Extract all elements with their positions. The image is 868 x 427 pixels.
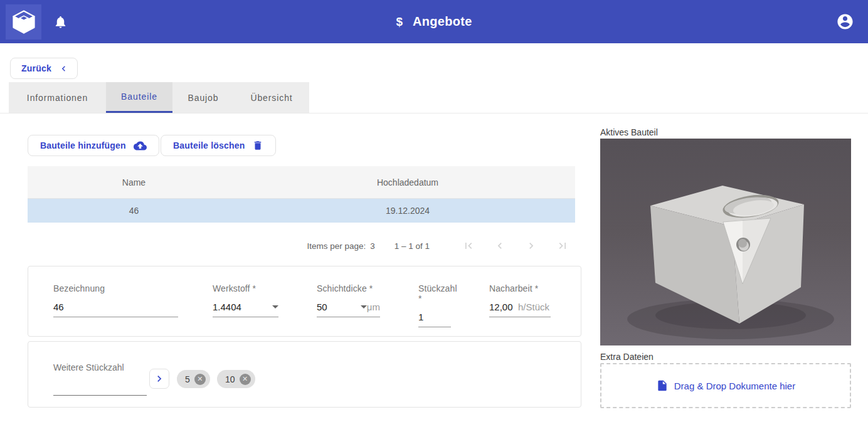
schichtdicke-select[interactable]: μm — [317, 302, 380, 317]
notifications-bell-icon[interactable] — [53, 14, 68, 30]
table-row[interactable]: 46 19.12.2024 — [28, 199, 575, 223]
tab-uebersicht[interactable]: Übersicht — [234, 82, 309, 113]
nacharbeit-label: Nacharbeit * — [489, 283, 551, 293]
active-part-label: Aktives Bauteil — [600, 127, 658, 137]
documents-dropzone[interactable]: Drag & Drop Dokumente hier — [600, 363, 851, 408]
page-title: Angebote — [413, 14, 472, 29]
werkstoff-select[interactable] — [213, 302, 278, 317]
stueckzahl-input[interactable] — [418, 312, 451, 322]
items-per-page-value[interactable]: 3 — [370, 241, 375, 251]
delete-parts-button[interactable]: Bauteile löschen — [161, 135, 276, 156]
chevron-left-icon — [58, 63, 69, 74]
nacharbeit-input[interactable] — [489, 302, 518, 312]
quantity-chip: 10 — [217, 370, 255, 388]
schichtdicke-field: Schichtdicke * μm — [317, 283, 380, 317]
previous-page-icon[interactable] — [494, 240, 506, 252]
bezeichnung-field: Bezeichnung — [53, 283, 178, 317]
bezeichnung-input[interactable] — [53, 302, 178, 312]
delete-parts-label: Bauteile löschen — [173, 140, 245, 150]
part-3d-render — [600, 139, 851, 345]
chip-remove-icon[interactable] — [194, 374, 206, 385]
back-button-label: Zurück — [21, 63, 51, 73]
dollar-icon: $ — [396, 15, 403, 29]
tab-label: Übersicht — [250, 93, 292, 103]
column-header-hochladedatum: Hochladedatum — [240, 166, 575, 198]
tab-bauteile[interactable]: Bauteile — [106, 82, 172, 113]
weitere-stueckzahl-label: Weitere Stückzahl — [53, 362, 124, 372]
part-3d-viewer[interactable] — [600, 139, 851, 345]
trash-icon — [252, 140, 263, 151]
tab-label: Bauteile — [121, 92, 157, 102]
dropdown-caret-icon[interactable] — [361, 305, 367, 308]
tab-informationen[interactable]: Informationen — [9, 82, 106, 113]
account-icon[interactable] — [836, 13, 854, 31]
add-parts-label: Bauteile hinzufügen — [40, 140, 126, 150]
column-header-name: Name — [28, 166, 240, 198]
document-icon — [656, 379, 669, 392]
quantity-chip: 5 — [177, 370, 210, 388]
nacharbeit-field: Nacharbeit * h/Stück — [489, 283, 551, 317]
cube-logo-icon — [10, 8, 38, 36]
last-page-icon[interactable] — [556, 240, 569, 252]
divider — [0, 113, 868, 113]
schichtdicke-unit: μm — [367, 302, 380, 312]
dropzone-label: Drag & Drop Dokumente hier — [674, 381, 795, 391]
cloud-upload-icon — [134, 139, 147, 152]
werkstoff-field: Werkstoff * — [213, 283, 278, 317]
chip-value: 5 — [185, 374, 190, 384]
extra-files-label: Extra Dateien — [600, 352, 654, 362]
angebote-page: $ Angebote Zurück Informationen Bauteile… — [0, 0, 868, 427]
add-quantity-button[interactable] — [149, 369, 169, 389]
add-parts-button[interactable]: Bauteile hinzufügen — [28, 135, 159, 156]
part-details-card: Bezeichnung Werkstoff * Schichtdicke * μ… — [28, 266, 581, 337]
paginator-nav — [462, 240, 569, 252]
cell-name: 46 — [28, 199, 240, 223]
additional-quantity-card: Weitere Stückzahl 5 10 — [28, 341, 581, 408]
parts-table: Name Hochladedatum 46 19.12.2024 — [28, 166, 575, 223]
werkstoff-value[interactable] — [213, 302, 272, 312]
paginator-range: 1 – 1 of 1 — [394, 241, 430, 251]
schichtdicke-value[interactable] — [317, 302, 361, 312]
chip-remove-icon[interactable] — [240, 374, 251, 385]
nacharbeit-unit: h/Stück — [518, 302, 549, 312]
paginator: Items per page: 3 1 – 1 of 1 — [28, 233, 569, 258]
items-per-page-label: Items per page: — [307, 241, 366, 251]
tab-baujob[interactable]: Baujob — [172, 82, 234, 113]
schichtdicke-label: Schichtdicke * — [317, 283, 380, 293]
back-button[interactable]: Zurück — [10, 58, 78, 79]
cell-hochladedatum: 19.12.2024 — [240, 199, 575, 223]
header-title-group: $ Angebote — [0, 0, 868, 43]
werkstoff-label: Werkstoff * — [213, 283, 278, 293]
dropdown-caret-icon[interactable] — [272, 305, 278, 308]
stueckzahl-label: Stückzahl * — [418, 283, 451, 303]
next-page-icon[interactable] — [525, 240, 537, 252]
tab-label: Informationen — [27, 93, 88, 103]
app-header: $ Angebote — [0, 0, 868, 43]
chevron-right-icon — [153, 372, 166, 385]
weitere-stueckzahl-input[interactable] — [53, 381, 147, 396]
app-logo — [6, 4, 41, 40]
first-page-icon[interactable] — [462, 240, 475, 252]
tab-bar: Informationen Bauteile Baujob Übersicht — [9, 82, 309, 113]
tab-label: Baujob — [188, 93, 219, 103]
table-header-row: Name Hochladedatum — [28, 166, 575, 199]
chip-value: 10 — [225, 374, 235, 384]
stueckzahl-field: Stückzahl * — [418, 283, 451, 327]
bezeichnung-label: Bezeichnung — [53, 283, 178, 293]
